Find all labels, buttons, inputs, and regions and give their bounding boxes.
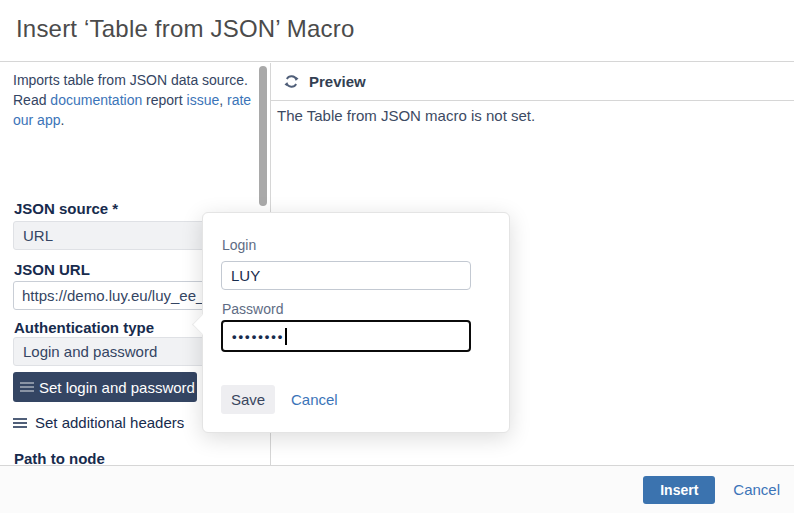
password-label: Password bbox=[222, 301, 283, 317]
auth-type-label: Authentication type bbox=[14, 319, 154, 336]
login-input[interactable] bbox=[221, 261, 471, 290]
report-issue-link[interactable]: issue bbox=[187, 92, 220, 108]
popup-cancel-button[interactable]: Cancel bbox=[291, 385, 338, 414]
dialog-title: Insert ‘Table from JSON’ Macro bbox=[16, 15, 355, 43]
login-password-popup: Login Password •••••••• Save Cancel bbox=[202, 212, 510, 433]
preview-header: Preview bbox=[271, 63, 794, 101]
text-caret bbox=[285, 328, 287, 345]
intro-segment: , bbox=[219, 92, 227, 108]
save-button[interactable]: Save bbox=[221, 385, 275, 414]
footer-cancel-button[interactable]: Cancel bbox=[733, 481, 780, 498]
set-additional-headers-button[interactable]: Set additional headers bbox=[13, 413, 184, 433]
set-login-password-label: Set login and password bbox=[39, 379, 195, 396]
insert-button[interactable]: Insert bbox=[643, 476, 715, 504]
set-login-password-button[interactable]: Set login and password bbox=[13, 372, 197, 402]
left-panel-scrollbar[interactable] bbox=[259, 66, 267, 206]
login-label: Login bbox=[222, 237, 256, 253]
insert-macro-dialog: Insert ‘Table from JSON’ Macro Imports t… bbox=[0, 0, 794, 513]
json-source-value: URL bbox=[23, 227, 53, 244]
documentation-link[interactable]: documentation bbox=[50, 92, 142, 108]
json-url-label: JSON URL bbox=[14, 261, 90, 278]
refresh-icon[interactable] bbox=[283, 73, 300, 90]
intro-segment: report bbox=[142, 92, 186, 108]
dialog-header: Insert ‘Table from JSON’ Macro bbox=[0, 0, 794, 62]
password-input[interactable]: •••••••• bbox=[221, 320, 471, 352]
auth-type-value: Login and password bbox=[23, 343, 157, 360]
password-masked-value: •••••••• bbox=[232, 329, 284, 344]
json-source-label: JSON source * bbox=[14, 200, 118, 217]
preview-message: The Table from JSON macro is not set. bbox=[277, 107, 535, 124]
dialog-footer: Insert Cancel bbox=[0, 465, 794, 513]
intro-segment: . bbox=[60, 112, 64, 128]
hamburger-icon bbox=[20, 382, 34, 392]
set-additional-headers-label: Set additional headers bbox=[35, 414, 184, 431]
intro-text: Imports table from JSON data source. Rea… bbox=[13, 70, 255, 130]
preview-title: Preview bbox=[309, 73, 366, 90]
hamburger-icon bbox=[13, 418, 27, 428]
path-to-node-label: Path to node bbox=[14, 450, 105, 465]
